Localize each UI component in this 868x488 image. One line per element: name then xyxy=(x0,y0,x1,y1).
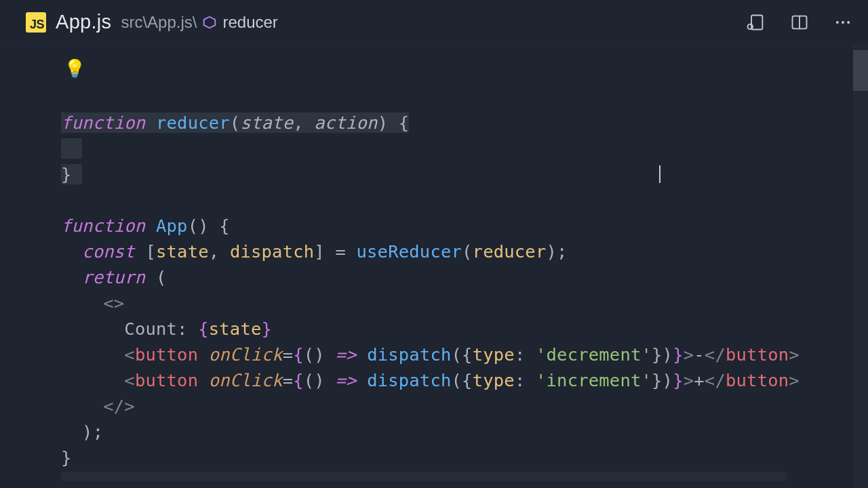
code-line[interactable]: function App() { xyxy=(61,216,230,236)
svg-point-4 xyxy=(836,21,839,24)
code-line[interactable]: const [state, dispatch] = useReducer(red… xyxy=(61,241,568,262)
code-line[interactable]: <button onClick={() => dispatch({type: '… xyxy=(61,370,800,390)
svg-point-5 xyxy=(842,21,844,24)
code-line[interactable]: Count: {state} xyxy=(61,319,272,339)
code-editor[interactable]: 💡 function reducer(state, action) { } fu… xyxy=(0,45,868,488)
run-settings-button[interactable] xyxy=(745,11,768,34)
code-line[interactable]: <> xyxy=(61,293,124,313)
code-content[interactable]: function reducer(state, action) { } func… xyxy=(0,58,868,470)
lightbulb-icon[interactable]: 💡 xyxy=(64,58,85,79)
editor-tab-bar: JS App.js src\App.js\ reducer xyxy=(0,0,868,45)
more-actions-button[interactable] xyxy=(831,11,854,34)
symbol-method-icon xyxy=(202,15,217,30)
code-line[interactable]: } xyxy=(61,447,72,468)
split-editor-button[interactable] xyxy=(788,11,811,34)
breadcrumb[interactable]: src\App.js\ reducer xyxy=(121,13,277,32)
breadcrumb-path[interactable]: src\App.js\ xyxy=(121,13,197,32)
minimap-scrollbar[interactable] xyxy=(853,45,868,488)
editor-actions xyxy=(745,11,860,34)
svg-point-6 xyxy=(847,21,850,24)
horizontal-scrollbar[interactable] xyxy=(61,472,787,481)
text-cursor xyxy=(659,165,660,183)
code-line[interactable]: </> xyxy=(61,396,135,416)
js-file-icon: JS xyxy=(26,12,46,33)
code-line[interactable]: ); xyxy=(61,422,103,442)
breadcrumb-symbol[interactable]: reducer xyxy=(222,13,277,32)
code-line[interactable]: <button onClick={() => dispatch({type: '… xyxy=(61,344,800,365)
code-line[interactable]: function reducer(state, action) { } xyxy=(61,113,409,184)
tab-filename[interactable]: App.js xyxy=(56,11,111,33)
code-line[interactable]: return ( xyxy=(61,267,167,287)
